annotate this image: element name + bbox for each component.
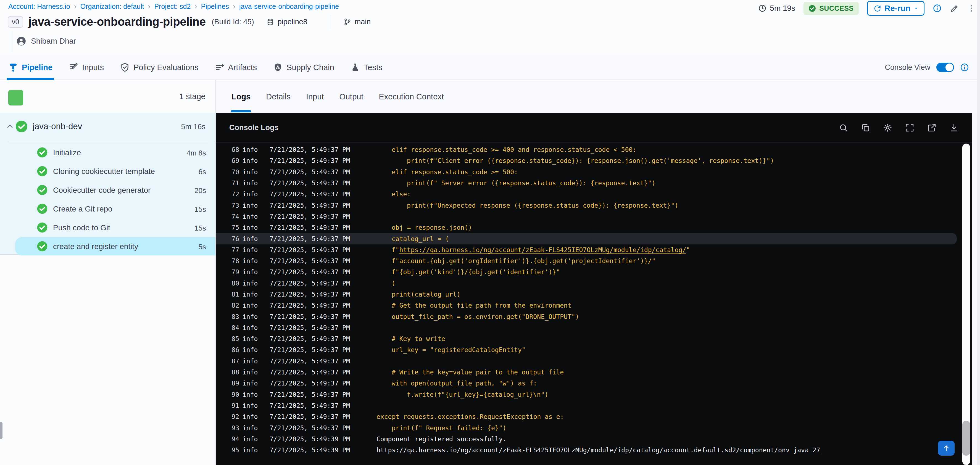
log-message: f"https://qa.harness.io/ng/account/zEaak… bbox=[377, 246, 690, 254]
step-label: Initialize bbox=[53, 148, 81, 157]
stage-divider bbox=[8, 142, 208, 142]
log-level: info bbox=[242, 302, 270, 309]
console-view-info-icon[interactable] bbox=[960, 63, 969, 72]
stage-block: java-onb-dev 5m 16s Initialize4m 8sCloni… bbox=[0, 113, 215, 255]
log-text: f.write(f"{url_key}={catalog_url}\n") bbox=[407, 391, 548, 398]
step-duration: 20s bbox=[194, 186, 206, 195]
log-level: info bbox=[242, 369, 270, 376]
log-timestamp: 7/21/2025, 5:49:37 PM bbox=[270, 402, 377, 409]
copy-icon[interactable] bbox=[861, 123, 870, 132]
chevron-down-icon bbox=[914, 6, 918, 11]
step-item-create-a-git-repo[interactable]: Create a Git repo15s bbox=[0, 199, 215, 218]
step-item-initialize[interactable]: Initialize4m 8s bbox=[0, 143, 215, 162]
log-line-number: 77 bbox=[223, 246, 239, 254]
edit-pipeline-icon[interactable] bbox=[950, 4, 959, 13]
status-badge: SUCCESS bbox=[803, 2, 859, 15]
step-success-icon bbox=[37, 241, 48, 252]
log-line: 73info7/21/2025, 5:49:37 PMprint(f"Unexp… bbox=[216, 200, 964, 211]
log-tab-input[interactable]: Input bbox=[306, 80, 324, 113]
breadcrumb: Account: Harness.io›Organization: defaul… bbox=[8, 2, 339, 11]
branch[interactable]: main bbox=[343, 17, 371, 26]
stage-row-java-onb-dev[interactable]: java-onb-dev 5m 16s bbox=[0, 113, 215, 140]
tab-pipeline[interactable]: Pipeline bbox=[8, 55, 52, 79]
log-tab-logs[interactable]: Logs bbox=[231, 80, 251, 113]
fullscreen-icon[interactable] bbox=[905, 123, 914, 132]
tab-label: Artifacts bbox=[228, 63, 257, 72]
console-view-toggle[interactable] bbox=[936, 63, 954, 72]
log-level: info bbox=[242, 424, 270, 432]
breadcrumb-link[interactable]: Project: sd2 bbox=[154, 3, 191, 11]
tab-supply-chain[interactable]: Supply Chain bbox=[273, 55, 334, 79]
success-check-icon bbox=[808, 5, 816, 12]
log-line: 83info7/21/2025, 5:49:37 PMoutput_file_p… bbox=[216, 311, 964, 322]
log-line: 95info7/21/2025, 5:49:39 PMhttps://qa.ha… bbox=[216, 444, 964, 455]
log-timestamp: 7/21/2025, 5:49:37 PM bbox=[270, 391, 377, 398]
log-timestamp: 7/21/2025, 5:49:37 PM bbox=[270, 179, 377, 187]
log-level: info bbox=[242, 168, 270, 176]
rerun-label: Re-run bbox=[885, 4, 910, 13]
log-line: 69info7/21/2025, 5:49:37 PMprint(f"Clien… bbox=[216, 155, 964, 166]
log-level: info bbox=[242, 357, 270, 365]
page-header: Account: Harness.io›Organization: defaul… bbox=[0, 0, 980, 55]
breadcrumb-link[interactable]: Pipelines bbox=[201, 3, 229, 11]
log-message: elif response.status_code >= 400 and res… bbox=[377, 146, 636, 153]
log-timestamp: 7/21/2025, 5:49:39 PM bbox=[270, 435, 377, 443]
log-timestamp: 7/21/2025, 5:49:37 PM bbox=[270, 324, 377, 331]
log-message: f"account.{obj.get('orgIdentifier')}.{ob… bbox=[377, 257, 655, 265]
rerun-button[interactable]: Re-run bbox=[867, 1, 924, 16]
log-message: print(catalog_url) bbox=[377, 291, 460, 298]
console-scrollbar-track[interactable] bbox=[963, 144, 970, 465]
search-icon[interactable] bbox=[839, 123, 848, 132]
log-level: info bbox=[242, 235, 270, 243]
download-icon[interactable] bbox=[949, 123, 958, 132]
log-line: 80info7/21/2025, 5:49:37 PM) bbox=[216, 278, 964, 289]
log-tab-execution-context[interactable]: Execution Context bbox=[379, 80, 444, 113]
log-timestamp: 7/21/2025, 5:49:37 PM bbox=[270, 157, 377, 164]
tab-tests[interactable]: Tests bbox=[350, 55, 383, 79]
pipeline-duration: 5m 19s bbox=[758, 4, 795, 13]
tab-label: Supply Chain bbox=[286, 63, 334, 72]
arrow-up-icon bbox=[942, 444, 951, 452]
execution-info-icon[interactable] bbox=[933, 4, 942, 13]
log-line: 72info7/21/2025, 5:49:37 PMelse: bbox=[216, 189, 964, 200]
window-scrollbar[interactable] bbox=[977, 0, 980, 465]
log-tab-details[interactable]: Details bbox=[266, 80, 291, 113]
log-line: 94info7/21/2025, 5:49:39 PMComponent reg… bbox=[216, 433, 964, 444]
step-item-cloning-cookiecutter-template[interactable]: Cloning cookiecutter template6s bbox=[0, 162, 215, 181]
git-branch-icon bbox=[343, 18, 352, 26]
breadcrumb-link[interactable]: java-service-onboarding-pipeline bbox=[239, 3, 339, 11]
scroll-to-top-button[interactable] bbox=[938, 441, 955, 455]
tab-artifacts[interactable]: Artifacts bbox=[215, 55, 257, 79]
log-timestamp: 7/21/2025, 5:49:37 PM bbox=[270, 202, 377, 209]
console-scrollbar-thumb[interactable] bbox=[963, 421, 970, 455]
log-line-number: 87 bbox=[223, 357, 239, 365]
step-item-cookiecutter-code-generator[interactable]: Cookiecutter code generator20s bbox=[0, 181, 215, 199]
step-item-push-code-to-git[interactable]: Push code to Git15s bbox=[0, 218, 215, 237]
tab-inputs[interactable]: Inputs bbox=[68, 55, 104, 79]
log-tab-output[interactable]: Output bbox=[339, 80, 363, 113]
log-line-number: 73 bbox=[223, 202, 239, 209]
tab-policy-evaluations[interactable]: Policy Evaluations bbox=[120, 55, 198, 79]
triggered-by-user: Shibam Dhar bbox=[16, 36, 76, 46]
log-timestamp: 7/21/2025, 5:49:37 PM bbox=[270, 213, 377, 220]
gear-icon[interactable] bbox=[883, 123, 892, 132]
breadcrumb-separator-icon: › bbox=[194, 2, 197, 11]
step-item-create-and-register-entity[interactable]: create and register entity5s bbox=[0, 237, 215, 256]
main-tabbar: PipelineInputsPolicy EvaluationsArtifact… bbox=[0, 55, 980, 80]
pipeline-tag[interactable]: pipeline8 bbox=[266, 17, 307, 26]
flask-icon bbox=[350, 62, 360, 72]
log-timestamp: 7/21/2025, 5:49:37 PM bbox=[270, 235, 377, 243]
log-level: info bbox=[242, 435, 270, 443]
more-options-icon[interactable] bbox=[967, 4, 975, 13]
log-timestamp: 7/21/2025, 5:49:37 PM bbox=[270, 335, 377, 343]
open-new-icon[interactable] bbox=[927, 123, 936, 132]
breadcrumb-separator-icon: › bbox=[233, 2, 235, 11]
user-avatar-icon bbox=[16, 36, 27, 46]
log-link[interactable]: https://qa.harness.io/ng/account/zEaak-F… bbox=[377, 446, 820, 454]
log-level: info bbox=[242, 146, 270, 153]
log-link[interactable]: https://qa.harness.io/ng/account/zEaak-F… bbox=[399, 246, 686, 254]
sidebar-scrollbar-handle[interactable] bbox=[0, 422, 3, 439]
breadcrumb-link[interactable]: Organization: default bbox=[80, 3, 144, 11]
chevron-up-icon[interactable] bbox=[6, 122, 14, 131]
breadcrumb-link[interactable]: Account: Harness.io bbox=[8, 3, 70, 11]
